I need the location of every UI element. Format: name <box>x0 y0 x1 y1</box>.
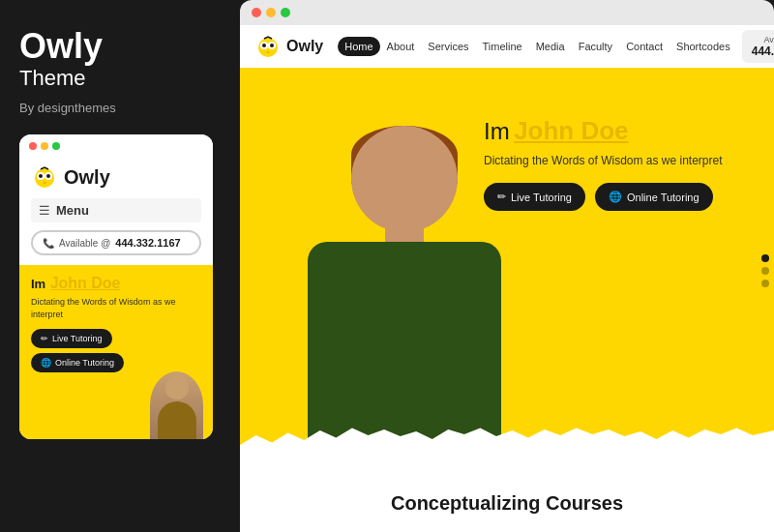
pencil-icon: ✏ <box>41 334 48 343</box>
phone-logo-text: Owly <box>64 166 110 189</box>
nav-item-about[interactable]: About <box>380 37 422 56</box>
phone-live-tutoring-btn[interactable]: ✏ Live Tutoring <box>31 329 112 348</box>
nav-item-home[interactable]: Home <box>338 37 379 56</box>
main-preview: Owly Home About Services Timeline Media … <box>240 0 774 532</box>
phone-yellow-section: Im John Doe Dictating the Words of Wisdo… <box>19 265 213 439</box>
hero-live-tutoring-btn[interactable]: ✏ Live Tutoring <box>484 183 585 211</box>
courses-title: Conceptualizing Courses <box>391 492 623 515</box>
hero-name: John Doe <box>514 116 628 145</box>
nav-logo-text: Owly <box>286 38 323 55</box>
phone-person-head <box>165 376 189 399</box>
nav-available-label: Available @ <box>752 35 774 44</box>
sidebar: Owly Theme By designthemes Owly <box>0 0 240 532</box>
hero-im-row: Im John Doe <box>484 116 755 146</box>
svg-point-9 <box>262 44 266 47</box>
hero-buttons: ✏ Live Tutoring 🌐 Online Tutoring <box>484 183 755 211</box>
nav-item-shortcodes[interactable]: Shortcodes <box>670 37 737 56</box>
phone-menu-label: Menu <box>56 203 89 218</box>
hero-im-text: Im <box>484 118 510 144</box>
owl-icon <box>31 163 58 191</box>
nav-item-contact[interactable]: Contact <box>619 37 670 56</box>
browser-dot-yellow <box>266 8 276 17</box>
nav-items: Home About Services Timeline Media Facul… <box>338 37 736 56</box>
hero-tagline: Dictating the Words of Wisdom as we inte… <box>484 154 755 167</box>
phone-content: Owly ☰ Menu 📞 Available @ 444.332.1167 <box>19 154 213 255</box>
nav-dot-1[interactable] <box>761 254 769 262</box>
globe-icon: 🌐 <box>41 358 51 368</box>
site-nav: Owly Home About Services Timeline Media … <box>240 25 774 68</box>
globe-icon: 🌐 <box>609 191 622 203</box>
torn-paper-effect <box>240 426 774 474</box>
sidebar-subtitle: Theme <box>19 66 221 91</box>
pencil-icon: ✏ <box>497 191 506 203</box>
svg-point-10 <box>270 44 274 47</box>
phone-im-row: Im John Doe <box>31 275 201 292</box>
sidebar-title: Owly <box>19 29 221 64</box>
browser-dot-green <box>281 8 290 17</box>
browser-dot-red <box>252 8 261 17</box>
phone-mockup: Owly ☰ Menu 📞 Available @ 444.332.1167 I… <box>19 134 213 439</box>
nav-cta: Available @ 444.332.1167 <box>742 30 774 63</box>
phone-top-bar <box>19 134 213 154</box>
hero-section: Im John Doe Dictating the Words of Wisdo… <box>240 68 774 474</box>
phone-person-avatar <box>150 371 203 439</box>
nav-owl-icon <box>254 33 282 60</box>
svg-point-4 <box>46 174 50 178</box>
phone-logo-row: Owly <box>31 163 201 191</box>
sidebar-by: By designthemes <box>19 101 221 115</box>
person-head <box>351 126 458 232</box>
nav-item-media[interactable]: Media <box>529 37 572 56</box>
nav-dot-2[interactable] <box>761 267 769 275</box>
phone-dot-yellow <box>41 142 48 150</box>
hero-online-tutoring-btn[interactable]: 🌐 Online Tutoring <box>595 183 713 211</box>
nav-phone-number: 444.332.1167 <box>752 44 774 58</box>
hero-nav-dots <box>761 254 769 287</box>
phone-im-text: Im <box>31 277 45 291</box>
hamburger-icon: ☰ <box>39 203 50 218</box>
nav-item-faculty[interactable]: Faculty <box>572 37 619 56</box>
browser-chrome <box>240 0 774 25</box>
phone-tagline: Dictating the Words of Wisdom as we inte… <box>31 296 201 320</box>
nav-dot-3[interactable] <box>761 280 769 287</box>
phone-dot-green <box>52 142 60 150</box>
nav-logo-area: Owly <box>254 33 323 60</box>
phone-online-tutoring-btn[interactable]: 🌐 Online Tutoring <box>31 353 124 372</box>
phone-icon: 📞 <box>43 238 54 249</box>
phone-hero-name: John Doe <box>50 275 121 291</box>
phone-menu-row[interactable]: ☰ Menu <box>31 198 201 222</box>
phone-btn-row: ✏ Live Tutoring 🌐 Online Tutoring <box>31 329 201 372</box>
nav-item-services[interactable]: Services <box>421 37 475 56</box>
phone-phone-row: 📞 Available @ 444.332.1167 <box>31 230 201 255</box>
phone-available-label: Available @ <box>59 238 110 249</box>
nav-item-timeline[interactable]: Timeline <box>476 37 529 56</box>
hero-content: Im John Doe Dictating the Words of Wisdo… <box>484 116 755 211</box>
svg-point-3 <box>39 174 43 178</box>
phone-dot-red <box>29 142 37 150</box>
courses-section: Conceptualizing Courses <box>240 474 774 532</box>
phone-phone-number: 444.332.1167 <box>115 237 180 249</box>
phone-person-body <box>158 401 196 439</box>
